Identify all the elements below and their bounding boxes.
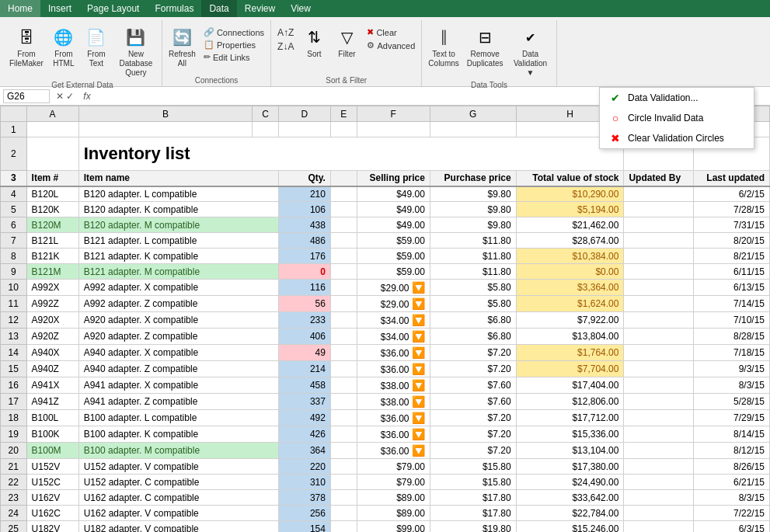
cell-purchase-price[interactable]: $9.80: [430, 202, 516, 217]
cell-item-name[interactable]: B100 adapter. K compatible: [78, 426, 278, 443]
sort-desc-button[interactable]: Z↓A: [274, 40, 297, 53]
cell-item-num[interactable]: A920Z: [26, 329, 78, 345]
cell-total-value[interactable]: $0.00: [516, 264, 624, 280]
cell-item-name[interactable]: U152 adapter. V compatible: [78, 459, 278, 475]
clear-circles-menu-item[interactable]: ✖ Clear Validation Circles: [600, 128, 754, 148]
cell-total-value[interactable]: $1,764.00: [516, 345, 624, 361]
cell-purchase-price[interactable]: $15.80: [430, 475, 516, 490]
cell-total-value[interactable]: $22,784.00: [516, 506, 624, 521]
cell-total-value[interactable]: $33,642.00: [516, 490, 624, 506]
new-database-query-button[interactable]: 💾 New DatabaseQuery: [113, 23, 159, 79]
edit-links-button[interactable]: ✏ Edit Links: [200, 51, 267, 63]
cell-sell-price[interactable]: $49.00: [357, 202, 430, 217]
cell-b1[interactable]: [78, 122, 253, 137]
cell-last-updated[interactable]: 7/22/15: [693, 506, 769, 521]
advanced-button[interactable]: ⚙ Advanced: [364, 40, 418, 51]
cell-qty[interactable]: 210: [278, 186, 330, 202]
cell-purchase-price[interactable]: $7.20: [430, 443, 516, 459]
cell-item-name[interactable]: A941 adapter. Z compatible: [78, 394, 278, 410]
cell-total-value[interactable]: $13,104.00: [516, 443, 624, 459]
cell-sell-price[interactable]: $89.00: [357, 490, 430, 506]
cell-last-updated[interactable]: 7/28/15: [693, 202, 769, 217]
cell-qty[interactable]: 406: [278, 329, 330, 345]
cell-qty[interactable]: 176: [278, 249, 330, 264]
cell-last-updated[interactable]: 8/20/15: [693, 233, 769, 249]
clear-button[interactable]: ✖ Clear: [364, 26, 418, 38]
cell-total-value[interactable]: $21,462.00: [516, 217, 624, 233]
cell-sell-price[interactable]: $34.00 🔽: [357, 312, 430, 329]
cell-item-num[interactable]: U162C: [26, 506, 78, 521]
cell-last-updated[interactable]: 6/3/15: [693, 521, 769, 533]
cell-item-num[interactable]: B120L: [26, 186, 78, 202]
cell-item-name[interactable]: A940 adapter. Z compatible: [78, 361, 278, 377]
cell-total-value[interactable]: $10,290.00: [516, 186, 624, 202]
menu-page-layout[interactable]: Page Layout: [79, 0, 147, 17]
menu-insert[interactable]: Insert: [40, 0, 79, 17]
menu-home[interactable]: Home: [0, 0, 40, 17]
from-text-button[interactable]: 📄 FromText: [81, 23, 112, 70]
cell-last-updated[interactable]: 7/10/15: [693, 312, 769, 329]
cell-purchase-price[interactable]: $17.80: [430, 506, 516, 521]
cell-item-num[interactable]: A992Z: [26, 296, 78, 312]
cell-a1[interactable]: [26, 122, 78, 137]
cell-item-name[interactable]: A920 adapter. Z compatible: [78, 329, 278, 345]
cell-last-updated[interactable]: 7/31/15: [693, 217, 769, 233]
cell-last-updated[interactable]: 8/21/15: [693, 249, 769, 264]
cell-last-updated[interactable]: 8/14/15: [693, 426, 769, 443]
cell-last-updated[interactable]: 8/3/15: [693, 377, 769, 394]
cell-qty[interactable]: 486: [278, 233, 330, 249]
cell-item-num[interactable]: B121L: [26, 233, 78, 249]
cell-sell-price[interactable]: $59.00: [357, 233, 430, 249]
data-validation-menu-item[interactable]: ✔ Data Validation...: [600, 88, 754, 108]
cell-qty[interactable]: 492: [278, 410, 330, 426]
cell-qty[interactable]: 256: [278, 506, 330, 521]
cell-qty[interactable]: 214: [278, 361, 330, 377]
cell-last-updated[interactable]: 8/28/15: [693, 329, 769, 345]
cell-qty[interactable]: 154: [278, 521, 330, 533]
cell-item-name[interactable]: B120 adapter. M compatible: [78, 217, 278, 233]
cell-purchase-price[interactable]: $7.20: [430, 426, 516, 443]
cell-qty[interactable]: 378: [278, 490, 330, 506]
cell-qty[interactable]: 0: [278, 264, 330, 280]
cell-sell-price[interactable]: $36.00 🔽: [357, 345, 430, 361]
cell-item-num[interactable]: B100M: [26, 443, 78, 459]
cell-last-updated[interactable]: 6/13/15: [693, 280, 769, 296]
sort-asc-button[interactable]: A↑Z: [274, 26, 297, 39]
cell-sell-price[interactable]: $49.00: [357, 217, 430, 233]
cell-qty[interactable]: 310: [278, 475, 330, 490]
from-filemaker-button[interactable]: 🗄 FromFileMaker: [6, 23, 47, 70]
cell-g1[interactable]: [430, 122, 516, 137]
cell-purchase-price[interactable]: $7.60: [430, 377, 516, 394]
cell-total-value[interactable]: $24,490.00: [516, 475, 624, 490]
cell-last-updated[interactable]: 7/29/15: [693, 410, 769, 426]
cell-purchase-price[interactable]: $11.80: [430, 249, 516, 264]
cell-item-num[interactable]: B100L: [26, 410, 78, 426]
cell-qty[interactable]: 438: [278, 217, 330, 233]
cell-total-value[interactable]: $1,624.00: [516, 296, 624, 312]
cell-qty[interactable]: 233: [278, 312, 330, 329]
cell-qty[interactable]: 106: [278, 202, 330, 217]
cell-sell-price[interactable]: $38.00 🔽: [357, 394, 430, 410]
cell-total-value[interactable]: $15,336.00: [516, 426, 624, 443]
remove-duplicates-button[interactable]: ⊟ RemoveDuplicates: [464, 23, 507, 70]
cell-purchase-price[interactable]: $9.80: [430, 186, 516, 202]
from-html-button[interactable]: 🌐 FromHTML: [48, 23, 79, 70]
cell-sell-price[interactable]: $59.00: [357, 249, 430, 264]
cell-sell-price[interactable]: $36.00 🔽: [357, 410, 430, 426]
cell-f1[interactable]: [357, 122, 430, 137]
cell-qty[interactable]: 220: [278, 459, 330, 475]
cell-item-num[interactable]: A940Z: [26, 361, 78, 377]
cell-item-num[interactable]: A941Z: [26, 394, 78, 410]
cell-c1[interactable]: [253, 122, 279, 137]
cell-sell-price[interactable]: $36.00 🔽: [357, 361, 430, 377]
cell-item-name[interactable]: B120 adapter. K compatible: [78, 202, 278, 217]
cell-purchase-price[interactable]: $7.20: [430, 345, 516, 361]
cell-item-name[interactable]: B100 adapter. L compatible: [78, 410, 278, 426]
cell-purchase-price[interactable]: $17.80: [430, 490, 516, 506]
cell-item-name[interactable]: U182 adapter. V compatible: [78, 521, 278, 533]
cell-total-value[interactable]: $7,704.00: [516, 361, 624, 377]
cell-item-num[interactable]: B121M: [26, 264, 78, 280]
cell-total-value[interactable]: $17,380.00: [516, 459, 624, 475]
cell-sell-price[interactable]: $29.00 🔽: [357, 280, 430, 296]
cell-e1[interactable]: [330, 122, 357, 137]
